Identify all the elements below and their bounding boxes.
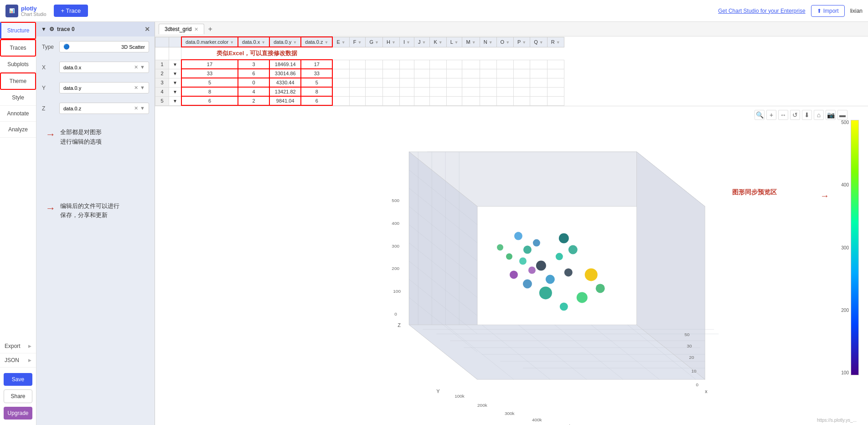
sidebar-item-traces[interactable]: Traces bbox=[0, 39, 36, 57]
sidebar-item-subplots[interactable]: Subplots bbox=[0, 57, 36, 73]
trace-collapse-icon[interactable]: ▼ bbox=[41, 26, 46, 32]
col-header-L[interactable]: L ▼ bbox=[446, 37, 462, 47]
col-header-H[interactable]: H ▼ bbox=[383, 37, 400, 47]
x-clear-icon[interactable]: ✕ bbox=[134, 64, 138, 70]
sidebar-item-annotate[interactable]: Annotate bbox=[0, 106, 36, 122]
empty-cell[interactable] bbox=[366, 96, 383, 105]
col-header-marker-color[interactable]: data.0.marker.color ▼ bbox=[181, 37, 238, 47]
empty-cell[interactable] bbox=[332, 69, 349, 78]
empty-cell[interactable] bbox=[349, 69, 366, 78]
empty-cell[interactable] bbox=[383, 78, 400, 87]
y-dropdown-icon[interactable]: ▼ bbox=[140, 85, 145, 91]
empty-cell[interactable] bbox=[480, 87, 496, 96]
empty-cell[interactable] bbox=[530, 69, 548, 78]
empty-cell[interactable] bbox=[462, 60, 480, 69]
empty-cell[interactable] bbox=[462, 96, 480, 105]
col-header-Q[interactable]: Q ▼ bbox=[530, 37, 548, 47]
col-header-G[interactable]: G ▼ bbox=[366, 37, 383, 47]
y-select[interactable]: data.0.y ✕ ▼ bbox=[59, 82, 149, 93]
table-cell[interactable]: 3 bbox=[238, 60, 269, 69]
col-header-K[interactable]: K ▼ bbox=[430, 37, 446, 47]
x-dropdown-icon[interactable]: ▼ bbox=[140, 64, 145, 70]
table-cell[interactable]: 8 bbox=[301, 87, 332, 96]
empty-cell[interactable] bbox=[446, 69, 462, 78]
empty-cell[interactable] bbox=[446, 96, 462, 105]
empty-cell[interactable] bbox=[446, 78, 462, 87]
empty-cell[interactable] bbox=[399, 96, 414, 105]
empty-cell[interactable] bbox=[349, 78, 366, 87]
empty-cell[interactable] bbox=[383, 96, 400, 105]
empty-cell[interactable] bbox=[496, 87, 514, 96]
empty-cell[interactable] bbox=[414, 69, 429, 78]
empty-cell[interactable] bbox=[383, 69, 400, 78]
empty-cell[interactable] bbox=[430, 60, 446, 69]
empty-cell[interactable] bbox=[547, 78, 564, 87]
empty-cell[interactable] bbox=[514, 69, 530, 78]
empty-cell[interactable] bbox=[414, 96, 429, 105]
table-cell[interactable]: 2 bbox=[238, 96, 269, 105]
data-table-wrap[interactable]: data.0.marker.color ▼ data.0.x ▼ data.0.… bbox=[155, 36, 868, 106]
sidebar-item-analyze[interactable]: Analyze bbox=[0, 122, 36, 138]
empty-cell[interactable] bbox=[399, 87, 414, 96]
empty-cell[interactable] bbox=[332, 87, 349, 96]
empty-cell[interactable] bbox=[430, 78, 446, 87]
grid-tab-3dtest[interactable]: 3dtest_grid ✕ bbox=[159, 24, 204, 34]
empty-cell[interactable] bbox=[430, 69, 446, 78]
sidebar-item-theme[interactable]: Theme bbox=[0, 73, 36, 90]
col-header-R[interactable]: R ▼ bbox=[547, 37, 564, 47]
table-cell[interactable]: 18469.14 bbox=[269, 60, 301, 69]
empty-cell[interactable] bbox=[332, 78, 349, 87]
z-select[interactable]: data.0.z ✕ ▼ bbox=[59, 103, 149, 114]
table-cell[interactable]: 5 bbox=[301, 78, 332, 87]
close-trace-button[interactable]: ✕ bbox=[145, 26, 150, 33]
empty-cell[interactable] bbox=[349, 96, 366, 105]
empty-cell[interactable] bbox=[514, 78, 530, 87]
table-cell[interactable]: 6 bbox=[301, 96, 332, 105]
empty-cell[interactable] bbox=[547, 69, 564, 78]
upgrade-button[interactable]: Upgrade bbox=[4, 407, 32, 420]
table-cell[interactable]: 5 bbox=[181, 78, 238, 87]
empty-cell[interactable] bbox=[496, 78, 514, 87]
add-trace-button[interactable]: + Trace bbox=[54, 5, 88, 17]
table-cell[interactable]: 6 bbox=[181, 96, 238, 105]
empty-cell[interactable] bbox=[547, 60, 564, 69]
enterprise-link[interactable]: Get Chart Studio for your Enterprise bbox=[718, 8, 805, 14]
empty-cell[interactable] bbox=[430, 87, 446, 96]
table-cell[interactable]: 33014.86 bbox=[269, 69, 301, 78]
table-cell[interactable]: 17 bbox=[301, 60, 332, 69]
table-cell[interactable]: 33 bbox=[181, 69, 238, 78]
col-header-I[interactable]: I ▼ bbox=[399, 37, 414, 47]
empty-cell[interactable] bbox=[366, 87, 383, 96]
empty-cell[interactable] bbox=[530, 60, 548, 69]
table-cell[interactable]: 0 bbox=[238, 78, 269, 87]
table-cell[interactable]: 4330.44 bbox=[269, 78, 301, 87]
empty-cell[interactable] bbox=[414, 78, 429, 87]
empty-cell[interactable] bbox=[547, 96, 564, 105]
col-header-P[interactable]: P ▼ bbox=[514, 37, 530, 47]
empty-cell[interactable] bbox=[430, 96, 446, 105]
empty-cell[interactable] bbox=[446, 60, 462, 69]
col-header-z[interactable]: data.0.z ▼ bbox=[301, 37, 332, 47]
table-cell[interactable]: 4 bbox=[238, 87, 269, 96]
type-select[interactable]: 🔵 3D Scatter bbox=[59, 41, 149, 52]
z-dropdown-icon[interactable]: ▼ bbox=[140, 105, 145, 111]
table-cell[interactable]: 33 bbox=[301, 69, 332, 78]
empty-cell[interactable] bbox=[332, 60, 349, 69]
empty-cell[interactable] bbox=[349, 60, 366, 69]
sidebar-item-style[interactable]: Style bbox=[0, 90, 36, 106]
col-header-J[interactable]: J ▼ bbox=[414, 37, 429, 47]
sidebar-item-json[interactable]: JSON ▶ bbox=[0, 353, 36, 368]
empty-cell[interactable] bbox=[462, 87, 480, 96]
table-cell[interactable]: 13421.82 bbox=[269, 87, 301, 96]
empty-cell[interactable] bbox=[414, 60, 429, 69]
empty-cell[interactable] bbox=[480, 78, 496, 87]
empty-cell[interactable] bbox=[383, 60, 400, 69]
grid-tab-close[interactable]: ✕ bbox=[194, 26, 198, 32]
empty-cell[interactable] bbox=[414, 87, 429, 96]
empty-cell[interactable] bbox=[480, 69, 496, 78]
x-select[interactable]: data.0.x ✕ ▼ bbox=[59, 62, 149, 73]
empty-cell[interactable] bbox=[366, 69, 383, 78]
empty-cell[interactable] bbox=[530, 78, 548, 87]
add-tab-button[interactable]: + bbox=[206, 25, 214, 33]
col-header-N[interactable]: N ▼ bbox=[480, 37, 496, 47]
